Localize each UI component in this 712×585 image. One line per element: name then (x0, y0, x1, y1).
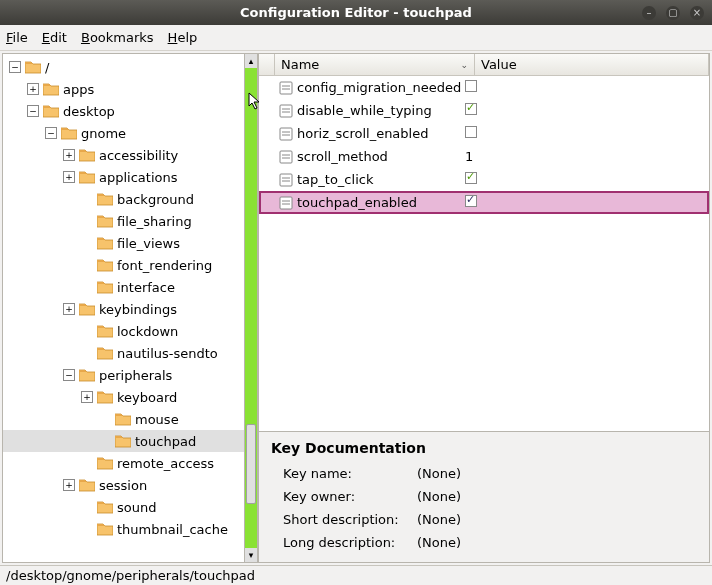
tree-panel[interactable]: −/+apps−desktop−gnome+accessibility+appl… (2, 53, 244, 563)
tree-item-lockdown[interactable]: lockdown (3, 320, 244, 342)
tree-item-peripherals[interactable]: −peripherals (3, 364, 244, 386)
maximize-icon[interactable]: ▢ (666, 6, 680, 20)
cell-name: horiz_scroll_enabled (297, 126, 428, 141)
tree-item-nautilus-sendto[interactable]: nautilus-sendto (3, 342, 244, 364)
tree-item-file_sharing[interactable]: file_sharing (3, 210, 244, 232)
sort-icon: ⌄ (460, 60, 468, 70)
folder-icon (97, 258, 113, 272)
folder-icon (97, 346, 113, 360)
table-row[interactable]: config_migration_needed (259, 76, 709, 99)
checkbox[interactable] (465, 103, 477, 115)
right-panel: Name ⌄ Value config_migration_neededdisa… (258, 53, 710, 563)
header-value[interactable]: Value (475, 54, 709, 75)
table-row[interactable]: scroll_method1 (259, 145, 709, 168)
table-row[interactable]: tap_to_click (259, 168, 709, 191)
folder-icon (79, 302, 95, 316)
key-table: Name ⌄ Value config_migration_neededdisa… (258, 53, 710, 432)
tree-item-touchpad[interactable]: touchpad (3, 430, 244, 452)
tree-label: apps (63, 82, 94, 97)
tree-item-keybindings[interactable]: +keybindings (3, 298, 244, 320)
doc-short-label: Short description: (283, 512, 413, 527)
doc-keyowner-label: Key owner: (283, 489, 413, 504)
tree-label: file_views (117, 236, 180, 251)
folder-icon (97, 500, 113, 514)
tree-item-session[interactable]: +session (3, 474, 244, 496)
svg-rect-12 (280, 174, 292, 186)
menu-edit[interactable]: Edit (42, 30, 67, 45)
tree-item-accessibility[interactable]: +accessibility (3, 144, 244, 166)
tree-label: peripherals (99, 368, 172, 383)
tree-item-applications[interactable]: +applications (3, 166, 244, 188)
doc-keyname-label: Key name: (283, 466, 413, 481)
key-icon (279, 127, 293, 141)
tree-label: desktop (63, 104, 115, 119)
tree-item-font_rendering[interactable]: font_rendering (3, 254, 244, 276)
menu-bookmarks[interactable]: Bookmarks (81, 30, 154, 45)
close-icon[interactable]: × (690, 6, 704, 20)
folder-icon (79, 170, 95, 184)
table-row[interactable]: horiz_scroll_enabled (259, 122, 709, 145)
doc-title: Key Documentation (271, 440, 697, 456)
menu-help[interactable]: Help (168, 30, 198, 45)
menu-file[interactable]: File (6, 30, 28, 45)
key-icon (279, 173, 293, 187)
tree-label: applications (99, 170, 177, 185)
svg-rect-15 (280, 197, 292, 209)
tree-item-gnome[interactable]: −gnome (3, 122, 244, 144)
expander-blank (99, 413, 111, 425)
tree-item-keyboard[interactable]: +keyboard (3, 386, 244, 408)
tree-label: thumbnail_cache (117, 522, 228, 537)
expander-icon[interactable]: − (63, 369, 75, 381)
expander-icon[interactable]: + (63, 171, 75, 183)
tree-root[interactable]: −/ (3, 56, 244, 78)
expander-icon[interactable]: − (45, 127, 57, 139)
tree-item-apps[interactable]: +apps (3, 78, 244, 100)
expander-icon[interactable]: + (63, 149, 75, 161)
cell-name: config_migration_needed (297, 80, 461, 95)
tree-item-file_views[interactable]: file_views (3, 232, 244, 254)
checkbox[interactable] (465, 126, 477, 138)
expander-blank (81, 347, 93, 359)
tree-label: keyboard (117, 390, 177, 405)
header-spacer (259, 54, 275, 75)
window-title: Configuration Editor - touchpad (0, 5, 712, 20)
tree-label: interface (117, 280, 175, 295)
folder-icon (97, 192, 113, 206)
checkbox[interactable] (465, 195, 477, 207)
table-body: config_migration_neededdisable_while_typ… (259, 76, 709, 431)
checkbox[interactable] (465, 172, 477, 184)
tree-item-interface[interactable]: interface (3, 276, 244, 298)
expander-icon[interactable]: − (9, 61, 21, 73)
tree-label: mouse (135, 412, 179, 427)
folder-icon (97, 280, 113, 294)
tree-item-thumbnail_cache[interactable]: thumbnail_cache (3, 518, 244, 540)
scroll-thumb[interactable] (246, 424, 256, 504)
tree-item-background[interactable]: background (3, 188, 244, 210)
expander-icon[interactable]: + (27, 83, 39, 95)
tree-item-desktop[interactable]: −desktop (3, 100, 244, 122)
folder-icon (79, 368, 95, 382)
expander-icon[interactable]: − (27, 105, 39, 117)
tree-label: gnome (81, 126, 126, 141)
folder-icon (61, 126, 77, 140)
key-icon (279, 104, 293, 118)
cell-name: scroll_method (297, 149, 388, 164)
table-row[interactable]: disable_while_typing (259, 99, 709, 122)
expander-icon[interactable]: + (81, 391, 93, 403)
tree-item-remote_access[interactable]: remote_access (3, 452, 244, 474)
minimize-icon[interactable]: – (642, 6, 656, 20)
scroll-up-icon[interactable]: ▴ (245, 54, 257, 68)
menubar: File Edit Bookmarks Help (0, 25, 712, 51)
expander-icon[interactable]: + (63, 479, 75, 491)
tree-item-mouse[interactable]: mouse (3, 408, 244, 430)
tree-item-sound[interactable]: sound (3, 496, 244, 518)
expander-blank (81, 215, 93, 227)
scroll-down-icon[interactable]: ▾ (245, 548, 257, 562)
cell-name: tap_to_click (297, 172, 373, 187)
tree-scrollbar[interactable]: ▴ ▾ (244, 53, 258, 563)
header-name[interactable]: Name ⌄ (275, 54, 475, 75)
tree-label: sound (117, 500, 156, 515)
checkbox[interactable] (465, 80, 477, 92)
expander-icon[interactable]: + (63, 303, 75, 315)
table-row[interactable]: touchpad_enabled (259, 191, 709, 214)
